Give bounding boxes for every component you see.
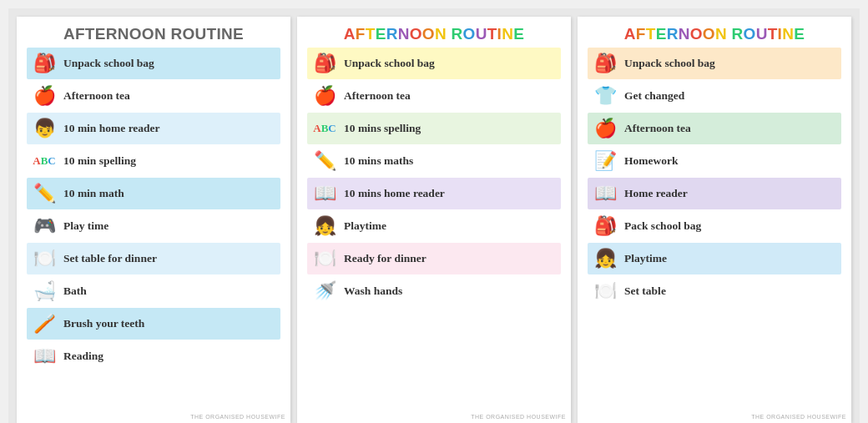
item-label: 10 mins home reader bbox=[344, 187, 445, 200]
item-label: 10 min home reader bbox=[63, 122, 160, 135]
item-label: Get changed bbox=[624, 89, 684, 103]
item-label: Unpack school bag bbox=[624, 57, 715, 70]
routine-item: 🍽️Set table bbox=[588, 275, 841, 307]
book-icon: 📖 bbox=[310, 179, 339, 208]
item-label: Playtime bbox=[624, 252, 667, 265]
card-2-credit: THE ORGANISED HOUSEWIFE bbox=[471, 414, 566, 420]
plate-icon: 🍽️ bbox=[310, 244, 339, 273]
routine-item: 🎮Play time bbox=[27, 210, 280, 242]
item-label: Brush your teeth bbox=[63, 317, 144, 330]
routine-item: ABC10 mins spelling bbox=[307, 113, 561, 144]
item-label: Reading bbox=[63, 350, 103, 363]
routine-item: 🎒Unpack school bag bbox=[27, 48, 280, 79]
routine-item: 📖10 mins home reader bbox=[307, 178, 561, 209]
card-3-credit: THE ORGANISED HOUSEWIFE bbox=[751, 414, 846, 420]
backpack2-icon: 🎒 bbox=[591, 212, 619, 240]
routine-item: 🍎Afternoon tea bbox=[307, 80, 561, 112]
item-label: 10 min spelling bbox=[63, 154, 136, 168]
item-label: Afternoon tea bbox=[63, 89, 130, 103]
card-1-title: AFTERNOON ROUTINE bbox=[27, 25, 280, 43]
routine-item: 🚿Wash hands bbox=[307, 275, 561, 307]
item-label: Homework bbox=[624, 154, 679, 168]
routine-item: 🪥Brush your teeth bbox=[27, 308, 280, 340]
routine-item: ✏️10 min math bbox=[27, 178, 280, 209]
card-1-items: 🎒Unpack school bag🍎Afternoon tea👦10 min … bbox=[27, 48, 280, 373]
apple-icon: 🍎 bbox=[30, 82, 58, 110]
item-label: Set table bbox=[624, 285, 666, 298]
routine-item: 🎒Pack school bag bbox=[588, 210, 841, 242]
routine-item: 👧Playtime bbox=[588, 243, 841, 274]
plate-icon: 🍽️ bbox=[30, 244, 58, 273]
item-label: 10 mins maths bbox=[344, 154, 413, 168]
book-icon: 📖 bbox=[591, 179, 619, 208]
item-label: Wash hands bbox=[344, 285, 402, 298]
routine-item: 🍎Afternoon tea bbox=[588, 113, 841, 144]
changed-icon: 👕 bbox=[591, 82, 619, 110]
routine-item: 🛁Bath bbox=[27, 275, 280, 307]
item-label: Ready for dinner bbox=[344, 252, 426, 265]
card-1: AFTERNOON ROUTINE 🎒Unpack school bag🍎Aft… bbox=[17, 17, 290, 423]
card-2-items: 🎒Unpack school bag🍎Afternoon teaABC10 mi… bbox=[307, 48, 561, 308]
routine-item: 👧Playtime bbox=[307, 210, 561, 242]
item-label: Playtime bbox=[344, 219, 386, 233]
routine-item: 🍽️Ready for dinner bbox=[307, 243, 561, 274]
routine-item: 👕Get changed bbox=[588, 80, 841, 112]
routine-item: 🍎Afternoon tea bbox=[27, 80, 280, 112]
brush-icon: 🪥 bbox=[30, 310, 58, 338]
item-label: Set table for dinner bbox=[63, 252, 157, 265]
book-icon: 📖 bbox=[30, 342, 58, 370]
math-icon: ✏️ bbox=[310, 147, 339, 175]
item-label: Home reader bbox=[624, 187, 688, 200]
routine-item: 📖Reading bbox=[27, 340, 280, 372]
abc-icon: ABC bbox=[310, 114, 339, 143]
item-label: 10 mins spelling bbox=[344, 122, 421, 135]
homework-icon: 📝 bbox=[591, 147, 619, 175]
routine-item: 📖Home reader bbox=[588, 178, 841, 209]
routine-item: 🎒Unpack school bag bbox=[588, 48, 841, 79]
bath-icon: 🛁 bbox=[30, 277, 58, 305]
backpack-icon: 🎒 bbox=[30, 49, 58, 78]
routine-item: ABC10 min spelling bbox=[27, 145, 280, 177]
item-label: Afternoon tea bbox=[344, 89, 411, 103]
item-label: Unpack school bag bbox=[344, 57, 435, 70]
card-2-title: AFTERNOON ROUTINE bbox=[307, 25, 561, 43]
page-wrapper: AFTERNOON ROUTINE 🎒Unpack school bag🍎Aft… bbox=[8, 8, 860, 423]
plate-icon: 🍽️ bbox=[591, 277, 619, 305]
backpack-icon: 🎒 bbox=[591, 49, 619, 78]
math-icon: ✏️ bbox=[30, 179, 58, 208]
routine-item: 🎒Unpack school bag bbox=[307, 48, 561, 79]
card-2: AFTERNOON ROUTINE 🎒Unpack school bag🍎Aft… bbox=[297, 17, 571, 423]
abc-icon: ABC bbox=[30, 147, 58, 175]
routine-item: 📝Homework bbox=[588, 145, 841, 177]
girl-icon: 👧 bbox=[591, 244, 619, 273]
card-3-items: 🎒Unpack school bag👕Get changed🍎Afternoon… bbox=[588, 48, 841, 308]
apple-icon: 🍎 bbox=[591, 114, 619, 143]
routine-item: ✏️10 mins maths bbox=[307, 145, 561, 177]
item-label: 10 min math bbox=[63, 187, 124, 200]
card-1-credit: THE ORGANISED HOUSEWIFE bbox=[190, 414, 285, 420]
girl-icon: 👧 bbox=[310, 212, 339, 240]
apple-icon: 🍎 bbox=[310, 82, 339, 110]
routine-item: 👦10 min home reader bbox=[27, 113, 280, 144]
item-label: Unpack school bag bbox=[63, 57, 154, 70]
backpack-icon: 🎒 bbox=[310, 49, 339, 78]
play-icon: 🎮 bbox=[30, 212, 58, 240]
wash-icon: 🚿 bbox=[310, 277, 339, 305]
reader-icon: 👦 bbox=[30, 114, 58, 143]
item-label: Play time bbox=[63, 219, 108, 233]
card-3-title: AFTERNOON ROUTINE bbox=[588, 25, 841, 43]
routine-item: 🍽️Set table for dinner bbox=[27, 243, 280, 274]
item-label: Afternoon tea bbox=[624, 122, 691, 135]
item-label: Bath bbox=[63, 285, 87, 298]
card-3: AFTERNOON ROUTINE 🎒Unpack school bag👕Get… bbox=[578, 17, 851, 423]
item-label: Pack school bag bbox=[624, 219, 701, 233]
